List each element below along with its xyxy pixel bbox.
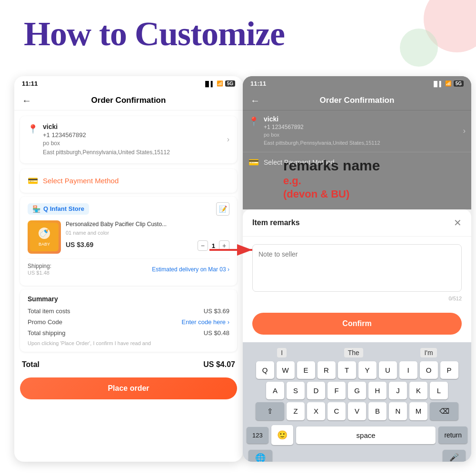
total-amount-left: US $4.07 bbox=[203, 360, 235, 369]
shipping-delivery-left[interactable]: Estimated delivery on Mar 03 › bbox=[152, 266, 229, 273]
note-icon-left[interactable]: 📝 bbox=[216, 202, 229, 216]
keyboard-row-1: Q W E R T Y U I O P bbox=[243, 361, 471, 379]
total-label-left: Total bbox=[22, 360, 40, 369]
promo-value[interactable]: Enter code here › bbox=[182, 318, 229, 326]
key-space[interactable]: space bbox=[296, 426, 436, 444]
address-arrow-left: › bbox=[227, 135, 229, 144]
key-t[interactable]: T bbox=[338, 361, 356, 379]
address-phone-left: +1 1234567892 bbox=[43, 131, 222, 139]
wifi-icon-left: 📶 bbox=[217, 80, 223, 87]
nav-title-right: Order Confirmation bbox=[320, 96, 395, 105]
key-123[interactable]: 123 bbox=[247, 427, 268, 444]
key-f[interactable]: F bbox=[327, 382, 346, 399]
keyboard: I The I'm Q W E R T Y U I O P A S D bbox=[243, 342, 471, 462]
key-mic: 🎤 bbox=[443, 450, 466, 462]
key-globe[interactable]: 🌐 bbox=[248, 450, 272, 462]
payment-dark: 💳 Select Payment Method bbox=[243, 152, 471, 172]
status-time-left: 11:11 bbox=[22, 80, 38, 87]
shipping-label-left: Shipping: bbox=[28, 263, 51, 269]
payment-label-left: Select Payment Method bbox=[43, 177, 119, 185]
modal-close-button[interactable]: ✕ bbox=[454, 217, 462, 228]
address-arrow-right: › bbox=[463, 127, 466, 135]
nav-title-left: Order Confirmation bbox=[91, 96, 166, 105]
key-r[interactable]: R bbox=[317, 361, 336, 379]
address-location-right: East pittsburgh,Pennsylvania,United Stat… bbox=[264, 139, 458, 147]
signal-icon-left: ▐▌▌ bbox=[203, 81, 214, 87]
total-bar-left: Total US $4.07 bbox=[20, 356, 237, 374]
shipping-price-left: US $1.48 bbox=[28, 270, 50, 276]
shipping-row-left: Shipping: US $1.48 Estimated delivery on… bbox=[28, 258, 229, 280]
page-title: How to Customize bbox=[24, 14, 285, 54]
address-pobox-left: po box bbox=[43, 139, 222, 148]
key-return[interactable]: return bbox=[438, 426, 467, 444]
payment-icon-right: 💳 bbox=[248, 157, 259, 168]
item-remarks-modal: Item remarks ✕ 0/512 Confirm I The I'm Q… bbox=[243, 209, 471, 462]
key-o[interactable]: O bbox=[420, 361, 438, 379]
key-w[interactable]: W bbox=[277, 361, 295, 379]
address-pobox-right: po box bbox=[264, 131, 458, 139]
remark-textarea[interactable] bbox=[252, 244, 462, 292]
wifi-icon-right: 📶 bbox=[445, 80, 452, 87]
key-n[interactable]: N bbox=[389, 402, 407, 420]
signal-icon-right: ▐▌▌ bbox=[432, 81, 443, 87]
key-j[interactable]: J bbox=[389, 382, 407, 399]
keyboard-row-3: ⇧ Z X C V B N M ⌫ bbox=[243, 402, 471, 420]
summary-row-promo[interactable]: Promo Code Enter code here › bbox=[28, 318, 229, 326]
key-k[interactable]: K bbox=[409, 382, 427, 399]
location-icon-left: 📍 bbox=[28, 124, 38, 134]
key-i[interactable]: I bbox=[399, 361, 417, 379]
network-badge-left: 5G bbox=[225, 80, 235, 87]
arrow-annotation bbox=[205, 240, 262, 261]
summary-section-left: Summary Total item costs US $3.69 Promo … bbox=[20, 289, 237, 352]
address-card-left[interactable]: 📍 vicki +1 1234567892 po box East pittsb… bbox=[20, 116, 237, 163]
back-button-right[interactable]: ← bbox=[250, 95, 260, 106]
product-price-left: US $3.69 bbox=[66, 241, 93, 248]
svg-text:BABY: BABY bbox=[39, 242, 50, 247]
address-name-right: vicki bbox=[264, 115, 458, 123]
suggestion-im[interactable]: I'm bbox=[420, 348, 436, 357]
left-phone: 11:11 ▐▌▌ 📶 5G ← Order Confirmation 📍 vi… bbox=[14, 76, 243, 462]
item-costs-value: US $3.69 bbox=[204, 307, 229, 315]
key-y[interactable]: Y bbox=[358, 361, 377, 379]
nav-bar-left: ← Order Confirmation bbox=[14, 91, 243, 110]
key-emoji[interactable]: 🙂 bbox=[271, 425, 293, 445]
shipping-total-label: Total shipping bbox=[28, 329, 66, 337]
suggestion-i[interactable]: I bbox=[277, 348, 287, 357]
store-header-left: 🏪 Q Infant Store 📝 bbox=[28, 202, 229, 216]
key-h[interactable]: H bbox=[368, 382, 387, 399]
key-q[interactable]: Q bbox=[256, 361, 274, 379]
product-variant-left: 01 name and color bbox=[66, 230, 229, 236]
key-c[interactable]: C bbox=[327, 402, 346, 420]
key-x[interactable]: X bbox=[307, 402, 325, 420]
summary-note: Upon clicking 'Place Order', I confirm I… bbox=[28, 340, 229, 346]
key-z[interactable]: Z bbox=[287, 402, 305, 420]
svg-text:🍼: 🍼 bbox=[40, 228, 49, 238]
key-v[interactable]: V bbox=[348, 402, 366, 420]
suggestion-the[interactable]: The bbox=[344, 348, 363, 357]
key-g[interactable]: G bbox=[348, 382, 366, 399]
modal-body: 0/512 bbox=[243, 237, 471, 309]
key-l[interactable]: L bbox=[430, 382, 448, 399]
key-shift[interactable]: ⇧ bbox=[256, 402, 284, 420]
key-p[interactable]: P bbox=[440, 361, 458, 379]
place-order-button[interactable]: Place order bbox=[20, 377, 237, 399]
key-e[interactable]: E bbox=[297, 361, 315, 379]
payment-icon-left: 💳 bbox=[28, 176, 38, 186]
nav-bar-right: ← Order Confirmation bbox=[243, 91, 471, 110]
payment-card-left[interactable]: 💳 Select Payment Method bbox=[20, 169, 237, 193]
key-delete[interactable]: ⌫ bbox=[430, 402, 458, 420]
key-a[interactable]: A bbox=[266, 382, 284, 399]
store-badge-left: 🏪 Q Infant Store bbox=[28, 203, 89, 215]
right-phone: 11:11 ▐▌▌ 📶 5G ← Order Confirmation 📍 vi… bbox=[243, 76, 471, 462]
address-info-right: vicki +1 1234567892 po box East pittsbur… bbox=[264, 115, 458, 147]
key-m[interactable]: M bbox=[409, 402, 427, 420]
confirm-button[interactable]: Confirm bbox=[252, 313, 462, 335]
key-s[interactable]: S bbox=[287, 382, 305, 399]
back-button-left[interactable]: ← bbox=[22, 95, 31, 106]
status-bar-left: 11:11 ▐▌▌ 📶 5G bbox=[14, 76, 243, 91]
key-d[interactable]: D bbox=[307, 382, 325, 399]
key-b[interactable]: B bbox=[368, 402, 387, 420]
key-u[interactable]: U bbox=[379, 361, 397, 379]
address-name-left: vicki bbox=[43, 123, 222, 130]
modal-header: Item remarks ✕ bbox=[243, 209, 471, 237]
